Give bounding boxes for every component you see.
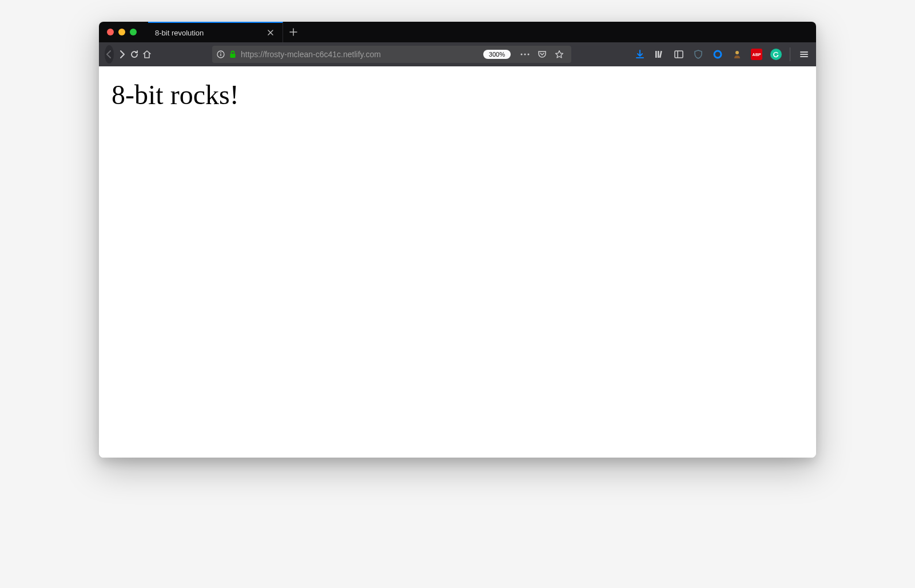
svg-rect-8 bbox=[658, 51, 659, 58]
svg-point-4 bbox=[521, 54, 523, 55]
home-button[interactable] bbox=[142, 46, 152, 63]
pocket-icon[interactable] bbox=[535, 47, 550, 62]
new-tab-button[interactable] bbox=[283, 22, 304, 42]
window-maximize-button[interactable] bbox=[130, 29, 137, 35]
svg-rect-2 bbox=[220, 54, 221, 56]
page-actions-icon[interactable] bbox=[518, 47, 532, 62]
svg-point-13 bbox=[735, 51, 739, 54]
abp-extension-icon[interactable]: ABP bbox=[749, 46, 765, 62]
menu-button[interactable] bbox=[796, 46, 812, 62]
extension-icon[interactable] bbox=[729, 46, 745, 62]
url-host: frosty-mclean-c6c41c.netlify.com bbox=[265, 50, 381, 59]
downloads-button[interactable] bbox=[632, 46, 648, 62]
address-actions bbox=[518, 47, 569, 62]
zoom-level-badge[interactable]: 300% bbox=[483, 50, 511, 59]
circle-extension-icon[interactable] bbox=[710, 46, 726, 62]
info-icon[interactable] bbox=[217, 50, 225, 58]
url-text: https://frosty-mclean-c6c41c.netlify.com bbox=[241, 50, 479, 59]
svg-rect-3 bbox=[230, 54, 236, 58]
svg-rect-10 bbox=[675, 51, 683, 58]
close-icon[interactable] bbox=[265, 27, 276, 38]
forward-button[interactable] bbox=[117, 46, 126, 63]
window-minimize-button[interactable] bbox=[118, 29, 125, 35]
svg-rect-7 bbox=[655, 51, 657, 58]
tab-bar: 8-bit revolution bbox=[99, 22, 816, 42]
back-button[interactable] bbox=[105, 45, 114, 63]
svg-point-1 bbox=[220, 52, 221, 53]
svg-point-6 bbox=[528, 54, 530, 55]
address-bar-container: https://frosty-mclean-c6c41c.netlify.com… bbox=[155, 46, 628, 63]
nav-toolbar: https://frosty-mclean-c6c41c.netlify.com… bbox=[99, 42, 816, 66]
grammarly-extension-icon[interactable] bbox=[768, 46, 784, 62]
page-viewport: 8-bit rocks! bbox=[99, 66, 816, 458]
toolbar-right: ABP bbox=[632, 46, 812, 62]
sidebar-button[interactable] bbox=[671, 46, 687, 62]
svg-rect-9 bbox=[659, 51, 662, 58]
window-close-button[interactable] bbox=[107, 29, 114, 35]
address-bar[interactable]: https://frosty-mclean-c6c41c.netlify.com… bbox=[212, 46, 571, 63]
page-heading: 8-bit rocks! bbox=[112, 79, 803, 110]
svg-point-5 bbox=[524, 54, 526, 55]
bookmark-star-icon[interactable] bbox=[552, 47, 567, 62]
reload-button[interactable] bbox=[130, 46, 139, 63]
tab-title: 8-bit revolution bbox=[155, 29, 265, 37]
traffic-lights bbox=[99, 29, 148, 35]
toolbar-divider bbox=[790, 47, 790, 61]
browser-window: 8-bit revolution bbox=[99, 22, 816, 458]
url-protocol: https:// bbox=[241, 50, 265, 59]
svg-point-12 bbox=[714, 51, 721, 58]
library-button[interactable] bbox=[651, 46, 667, 62]
shield-icon[interactable] bbox=[690, 46, 706, 62]
tab-active[interactable]: 8-bit revolution bbox=[148, 22, 283, 42]
lock-icon[interactable] bbox=[229, 50, 236, 58]
